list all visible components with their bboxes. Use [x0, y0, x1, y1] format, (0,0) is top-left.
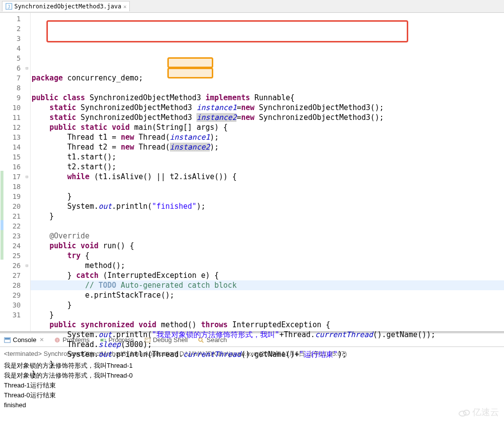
- fold-marker: [24, 122, 30, 132]
- editor-tab[interactable]: J SynchronizedObjectMethod3.java ✕: [2, 1, 130, 11]
- code-line[interactable]: public static void main(String[] args) {: [31, 122, 504, 132]
- fold-marker[interactable]: ⊟: [24, 172, 30, 182]
- code-line[interactable]: @Override: [31, 231, 504, 241]
- fold-marker: [24, 152, 30, 162]
- code-editor[interactable]: 1234567891011121314151617181920212223242…: [0, 13, 504, 331]
- fold-marker: [24, 231, 30, 241]
- line-number: 24: [4, 241, 21, 251]
- fold-marker: [24, 192, 30, 201]
- line-number: 25: [4, 251, 21, 261]
- code-line[interactable]: public class SynchronizedObjectMethod3 i…: [31, 93, 504, 103]
- code-line[interactable]: package concurrency_demo;: [31, 73, 504, 83]
- code-line[interactable]: [31, 221, 504, 231]
- watermark: 亿速云: [458, 406, 499, 418]
- line-number: 10: [4, 103, 21, 113]
- code-line[interactable]: public synchronized void method() throws…: [31, 320, 504, 330]
- line-number: 8: [4, 83, 21, 93]
- fold-marker: [24, 221, 30, 231]
- svg-rect-3: [5, 338, 10, 340]
- code-line[interactable]: }: [31, 310, 504, 320]
- java-file-icon: J: [5, 3, 12, 10]
- fold-bar: ⊟⊟⊟: [24, 13, 31, 331]
- line-number: 23: [4, 231, 21, 241]
- line-number: 1: [4, 14, 21, 24]
- fold-marker: [24, 201, 30, 211]
- fold-marker: [24, 113, 30, 122]
- console-line: Thread-0运行结束: [4, 390, 500, 400]
- fold-marker: [24, 280, 30, 290]
- line-number: 18: [4, 182, 21, 192]
- code-line[interactable]: }: [31, 192, 504, 201]
- svg-text:J: J: [7, 4, 10, 9]
- code-line[interactable]: System.out.println(Thread.currentThread(…: [31, 349, 504, 359]
- code-line[interactable]: // TODO Auto-generated catch block: [31, 280, 504, 290]
- code-line[interactable]: while (t1.isAlive() || t2.isAlive()) {: [31, 172, 504, 182]
- line-number: 6: [4, 63, 21, 73]
- line-number: 21: [4, 211, 21, 221]
- fold-marker: [24, 43, 30, 53]
- line-number: 28: [4, 280, 21, 290]
- fold-marker[interactable]: ⊟: [24, 261, 30, 270]
- line-number: 4: [4, 43, 21, 53]
- line-number: 20: [4, 201, 21, 211]
- highlight-box-orange-1: [167, 57, 213, 68]
- line-number: 22: [4, 221, 21, 231]
- line-number: 2: [4, 24, 21, 34]
- code-line[interactable]: Thread t2 = new Thread(instance2);: [31, 142, 504, 152]
- code-line[interactable]: [31, 182, 504, 192]
- fold-marker: [24, 103, 30, 113]
- fold-marker: [24, 53, 30, 63]
- line-number: 30: [4, 300, 21, 310]
- fold-marker: [24, 14, 30, 24]
- fold-marker: [24, 24, 30, 34]
- marker-bar: [0, 13, 4, 331]
- code-line[interactable]: }: [31, 369, 504, 379]
- fold-marker: [24, 182, 30, 192]
- code-line[interactable]: }: [31, 211, 504, 221]
- fold-marker: [24, 300, 30, 310]
- close-icon[interactable]: ✕: [123, 3, 127, 10]
- code-line[interactable]: t2.start();: [31, 162, 504, 172]
- line-number: 15: [4, 152, 21, 162]
- code-line[interactable]: System.out.println("我是对象锁的方法修饰符形式，我叫"+Th…: [31, 330, 504, 340]
- line-number: 16: [4, 162, 21, 172]
- fold-marker: [24, 270, 30, 280]
- line-number-gutter: 1234567891011121314151617181920212223242…: [4, 13, 24, 331]
- editor-tab-bar: J SynchronizedObjectMethod3.java ✕: [0, 0, 504, 13]
- fold-marker: [24, 142, 30, 152]
- line-number: 5: [4, 53, 21, 63]
- code-line[interactable]: } catch (InterruptedException e) {: [31, 270, 504, 280]
- code-line[interactable]: method();: [31, 261, 504, 270]
- fold-marker: [24, 251, 30, 261]
- code-line[interactable]: Thread t1 = new Thread(instance1);: [31, 132, 504, 142]
- fold-marker: [24, 34, 30, 43]
- code-line[interactable]: t1.start();: [31, 152, 504, 162]
- code-line[interactable]: static SynchronizedObjectMethod3 instanc…: [31, 113, 504, 122]
- line-number: 12: [4, 122, 21, 132]
- line-number: 9: [4, 93, 21, 103]
- fold-marker: [24, 290, 30, 300]
- code-line[interactable]: Thread.sleep(3000);: [31, 340, 504, 349]
- line-number: 11: [4, 113, 21, 122]
- code-line[interactable]: public void run() {: [31, 241, 504, 251]
- code-line[interactable]: }: [31, 300, 504, 310]
- code-line[interactable]: [31, 83, 504, 93]
- highlight-box-red: [46, 20, 408, 42]
- fold-marker: [24, 162, 30, 172]
- code-line[interactable]: try {: [31, 251, 504, 261]
- console-line: finished: [4, 400, 500, 410]
- fold-marker[interactable]: ⊟: [24, 63, 30, 73]
- code-line[interactable]: e.printStackTrace();: [31, 290, 504, 300]
- line-number: 3: [4, 34, 21, 43]
- code-line[interactable]: }: [31, 359, 504, 369]
- line-number: 31: [4, 310, 21, 320]
- code-line[interactable]: System.out.println("finished");: [31, 201, 504, 211]
- line-number: 14: [4, 142, 21, 152]
- code-line[interactable]: static SynchronizedObjectMethod3 instanc…: [31, 103, 504, 113]
- fold-marker: [24, 73, 30, 83]
- fold-marker: [24, 132, 30, 142]
- code-area[interactable]: package concurrency_demo;public class Sy…: [31, 13, 504, 331]
- svg-point-13: [464, 410, 469, 415]
- fold-marker: [24, 241, 30, 251]
- line-number: 7: [4, 73, 21, 83]
